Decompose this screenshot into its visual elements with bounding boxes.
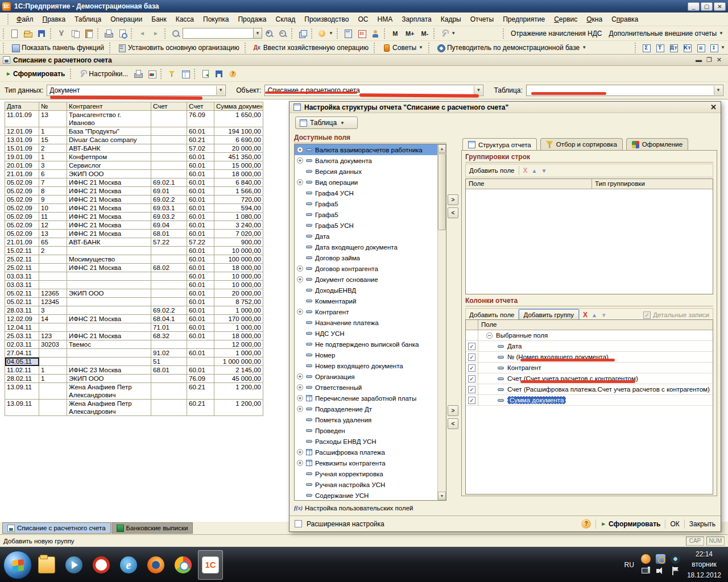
expand-icon[interactable] <box>297 309 303 315</box>
taskbar-ie-button[interactable]: e <box>116 550 141 580</box>
report-table-cell[interactable]: 05.02.09 <box>5 187 39 196</box>
print-button[interactable] <box>102 27 115 40</box>
report-table-cell[interactable]: 69.02.2 <box>151 196 187 204</box>
minimize-button[interactable]: _ <box>688 2 700 11</box>
report-table-cell[interactable]: 7 020,00 <box>214 230 263 238</box>
report-table-cell[interactable] <box>151 289 187 298</box>
menu-item-2[interactable]: Таблица <box>70 14 106 25</box>
report-table-cell[interactable]: 60.01 <box>187 178 214 187</box>
available-field-25[interactable]: Пометка удаления <box>295 414 437 425</box>
report-table-cell[interactable]: АВТ-БАНК <box>67 144 151 153</box>
print-preview-button[interactable] <box>115 27 129 40</box>
zoom-out-button[interactable]: − <box>276 27 289 40</box>
report-table-cell[interactable]: 13 <box>39 111 67 127</box>
available-field-24[interactable]: Подразделение Дт <box>295 404 437 414</box>
report-table-cell[interactable]: 60.01 <box>187 366 214 375</box>
taskbar-explorer-button[interactable] <box>34 550 59 580</box>
menu-item-11[interactable]: НМА <box>373 14 398 25</box>
report-table-cell[interactable]: 03.03.11 <box>5 272 39 281</box>
menu-item-14[interactable]: Отчеты <box>466 14 498 25</box>
report-table-cell[interactable]: 12345 <box>39 298 67 306</box>
report-table-cell[interactable] <box>151 375 187 383</box>
report-table-cell[interactable]: 05.02.09 <box>5 221 39 230</box>
report-table-row[interactable]: 11.01.0913Трансагентство г. Иваново76.09… <box>5 111 263 127</box>
report-chart-button[interactable] <box>145 68 159 80</box>
cut-button[interactable] <box>55 27 68 40</box>
report-table-cell[interactable]: ИФНС 21 Москва <box>67 187 151 196</box>
move-to-columns-button[interactable]: > <box>448 405 458 416</box>
report-table-row[interactable]: 13.01.0915Divuar Cacao company60.216 690… <box>5 136 263 144</box>
report-table-cell[interactable]: 13 <box>39 230 67 238</box>
report-table-cell[interactable]: 68.01 <box>151 230 187 238</box>
report-table-cell[interactable] <box>39 357 67 366</box>
info-button[interactable]: i▼ <box>316 27 335 40</box>
report-table-cell[interactable]: 15.02.11 <box>5 247 39 255</box>
available-field-18[interactable]: Не подтверждено выпиской банка <box>295 339 437 350</box>
report-table-cell[interactable]: 1 566,00 <box>214 187 263 196</box>
delete-icon[interactable]: X <box>523 167 528 174</box>
report-table-cell[interactable]: 05.02.11 <box>5 298 39 306</box>
memory-minus-button[interactable]: M- <box>418 27 432 40</box>
report-table-cell[interactable]: 1 000,00 <box>214 349 263 357</box>
report-table-cell[interactable]: 12.01.09 <box>5 127 39 136</box>
report-table-cell[interactable]: 170 000,00 <box>214 315 263 323</box>
menu-item-6[interactable]: Покупка <box>198 14 233 25</box>
menu-item-3[interactable]: Операции <box>106 14 147 25</box>
report-table-cell[interactable]: 1 650,00 <box>214 111 263 127</box>
report-table-cell[interactable]: 02.03.11 <box>5 340 39 349</box>
available-field-2[interactable]: Версия данных <box>295 166 437 177</box>
report-table-cell[interactable]: ИФНС 21 Москва <box>67 264 151 272</box>
report-table-cell[interactable] <box>67 323 151 332</box>
report-table-cell[interactable]: ИФНС 21 Москва <box>67 204 151 213</box>
report-table-row[interactable]: 20.01.093Сервислог60.0115 000,00 <box>5 161 263 170</box>
taskbar-opera-button[interactable] <box>89 550 114 580</box>
report-table-cell[interactable]: Мосимущество <box>67 255 151 264</box>
report-table-cell[interactable]: ЭКИП ООО <box>67 375 151 383</box>
report-table-cell[interactable]: 11.02.11 <box>5 366 39 375</box>
report-table-row[interactable]: 19.01.091Конфетпром60.01451 350,00 <box>5 153 263 161</box>
report-columns-grid[interactable]: Поле Выбранные поля✓Дата✓№ (Номер входящ… <box>465 319 713 494</box>
report-table-cell[interactable]: 18 000,00 <box>214 264 263 272</box>
add-field-button[interactable]: Добавить поле <box>469 311 515 318</box>
report-table-row[interactable]: 05.02.111234560.018 752,00 <box>5 298 263 306</box>
available-field-21[interactable]: Организация <box>295 371 437 382</box>
report-table-cell[interactable]: 60.01 <box>187 204 214 213</box>
menu-item-13[interactable]: Кадры <box>436 14 466 25</box>
tray-update-icon[interactable] <box>656 554 665 564</box>
search-input[interactable]: ▼ <box>183 28 262 39</box>
report-table-row[interactable]: 05.02.099ИФНС 21 Москва69.02.260.01720,0… <box>5 196 263 204</box>
report-table-cell[interactable]: 13.09.11 <box>5 383 39 400</box>
report-table-cell[interactable]: 11.01.09 <box>5 111 39 127</box>
report-table-row[interactable]: 12.01.091База "Продукты"60.01194 100,00 <box>5 127 263 136</box>
scroll-up-icon[interactable]: ▲ <box>438 144 446 153</box>
report-table-cell[interactable]: ИФНС 21 Москва <box>67 315 151 323</box>
move-to-groups-button[interactable]: > <box>448 194 458 205</box>
report-table-cell[interactable]: 69.03.2 <box>151 213 187 221</box>
report-table-cell[interactable]: 60.01 <box>187 221 214 230</box>
report-table-cell[interactable] <box>39 349 67 357</box>
report-person1-button[interactable]: Дт <box>667 41 680 54</box>
available-fields-list[interactable]: Валюта взаиморасчетов работникаВалюта до… <box>294 144 446 501</box>
available-field-16[interactable]: Назначение платежа <box>295 317 437 328</box>
report-table-cell[interactable]: 3 240,00 <box>214 221 263 230</box>
report-table-row[interactable]: 04.05.11511 000 000,00 <box>5 357 263 366</box>
report-table-cell[interactable]: 60.01 <box>187 306 214 315</box>
report-table-row[interactable]: 13.09.11Жена Анафиев Петр Александрович6… <box>5 400 263 416</box>
report-table-button[interactable]: T <box>653 41 667 54</box>
column-checkbox[interactable]: ✓ <box>468 397 475 404</box>
user-fields-link[interactable]: f(x) Настройка пользовательских полей <box>294 504 413 512</box>
report-table-cell[interactable]: 60.01 <box>187 281 214 289</box>
report-table-row[interactable]: 28.02.111ЭКИП ООО76.0945 000,00 <box>5 375 263 383</box>
report-table-row[interactable]: 05.02.1112365ЭКИП ООО60.0120 000,00 <box>5 289 263 298</box>
report-table-row[interactable]: 21.01.096ЭКИП ООО60.0118 000,00 <box>5 170 263 178</box>
report-table-cell[interactable]: 451 350,00 <box>214 153 263 161</box>
menu-item-10[interactable]: ОС <box>354 14 373 25</box>
available-field-19[interactable]: Номер <box>295 350 437 360</box>
mdi-minimize-button[interactable]: ▬ <box>696 56 702 64</box>
dialog-close-icon[interactable]: ✕ <box>710 103 717 111</box>
report-table-cell[interactable]: ИФНС 21 Москва <box>67 332 151 340</box>
expand-icon[interactable] <box>297 265 303 272</box>
report-person2-button[interactable]: Кт <box>680 41 694 54</box>
expand-icon[interactable] <box>297 384 303 390</box>
report-table-cell[interactable]: 45 000,00 <box>214 375 263 383</box>
